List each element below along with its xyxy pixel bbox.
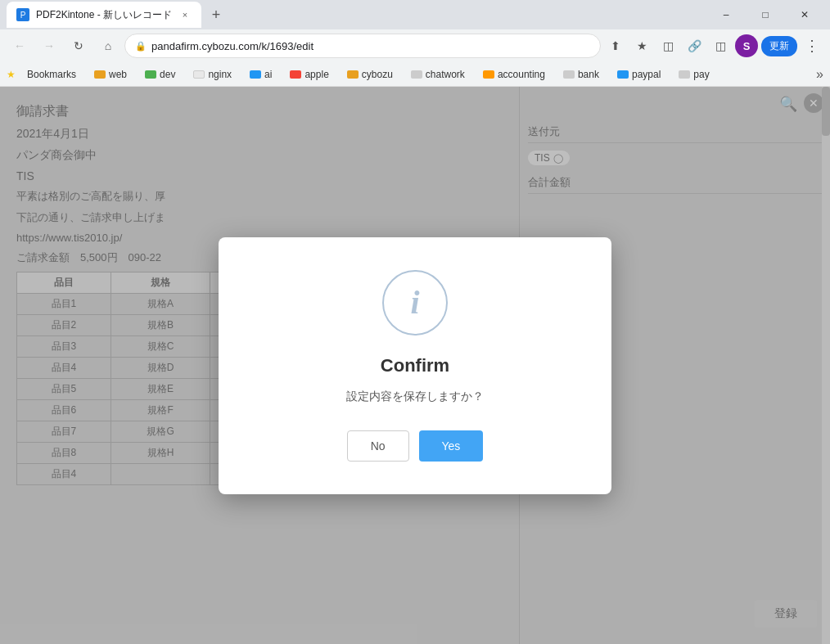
bookmark-nginx-icon (193, 70, 205, 79)
refresh-button[interactable]: ↻ (65, 33, 92, 59)
update-button[interactable]: 更新 (761, 36, 797, 56)
bookmark-pay-icon (679, 70, 690, 79)
modal-buttons: No Yes (347, 430, 484, 462)
bookmark-apple[interactable]: apple (283, 67, 335, 82)
bookmark-bank[interactable]: bank (557, 67, 606, 82)
bookmarks-bar: ★ Bookmarks web dev nginx ai apple cyboz… (0, 62, 830, 87)
bookmark-paypal[interactable]: paypal (611, 67, 667, 82)
window-controls: – □ ✕ (707, 2, 823, 28)
bookmark-web[interactable]: web (88, 67, 133, 82)
bookmark-web-icon (94, 70, 106, 79)
bookmark-accounting[interactable]: accounting (476, 67, 552, 82)
extension-icon[interactable]: 🔗 (683, 34, 706, 57)
bookmarks-more-button[interactable]: » (816, 67, 823, 82)
bookmark-nginx[interactable]: nginx (187, 67, 238, 82)
share-icon[interactable]: ⬆ (604, 34, 627, 57)
address-bar[interactable]: 🔒 pandafirm.cybozu.com/k/1693/edit (124, 34, 601, 58)
modal-overlay: i Confirm 設定内容を保存しますか？ No Yes (0, 87, 830, 644)
modal-icon-label: i (410, 286, 419, 319)
bookmark-chatwork-icon (411, 70, 422, 79)
active-tab[interactable]: P PDF2Kintone - 新しいレコード × (7, 2, 201, 28)
tab-strip: P PDF2Kintone - 新しいレコード × + (7, 2, 228, 28)
bookmark-bookmarks[interactable]: Bookmarks (20, 67, 83, 82)
bookmark-ai-icon (250, 70, 261, 79)
bookmark-star-icon[interactable]: ★ (630, 34, 653, 57)
title-bar: P PDF2Kintone - 新しいレコード × + – □ ✕ (0, 0, 830, 29)
modal-info-icon: i (382, 270, 448, 336)
lock-icon: 🔒 (135, 41, 147, 52)
bookmark-accounting-icon (483, 70, 494, 79)
bookmark-dev[interactable]: dev (138, 67, 182, 82)
tab-favicon: P (16, 8, 29, 21)
new-tab-button[interactable]: + (205, 3, 228, 26)
bookmarks-star-icon: ★ (7, 69, 16, 80)
download-icon[interactable]: ◫ (656, 34, 679, 57)
profile-button[interactable]: S (735, 34, 758, 57)
minimize-button[interactable]: – (707, 2, 745, 28)
bookmark-ai[interactable]: ai (243, 67, 278, 82)
sidebar-icon[interactable]: ◫ (709, 34, 732, 57)
page-content: 御請求書 2021年4月1日 パンダ商会御中 TIS 平素は格別のご高配を賜り、… (0, 87, 830, 644)
browser-menu-button[interactable]: ⋮ (801, 34, 823, 57)
bookmark-cybozu-icon (347, 70, 359, 79)
modal-message: 設定内容を保存しますか？ (346, 390, 484, 404)
bookmark-chatwork[interactable]: chatwork (404, 67, 471, 82)
bookmark-paypal-icon (617, 70, 629, 79)
bookmark-apple-icon (290, 70, 301, 79)
tab-title: PDF2Kintone - 新しいレコード (36, 8, 172, 22)
modal-yes-button[interactable]: Yes (419, 430, 484, 462)
bookmark-bank-icon (563, 70, 575, 79)
browser-toolbar: ← → ↻ ⌂ 🔒 pandafirm.cybozu.com/k/1693/ed… (0, 29, 830, 62)
close-button[interactable]: ✕ (786, 2, 823, 28)
maximize-button[interactable]: □ (747, 2, 784, 28)
modal-title: Confirm (381, 355, 449, 376)
bookmark-dev-icon (145, 70, 156, 79)
forward-button[interactable]: → (36, 33, 62, 59)
browser-window: P PDF2Kintone - 新しいレコード × + – □ ✕ ← → ↻ … (0, 0, 830, 644)
bookmark-pay[interactable]: pay (672, 67, 715, 82)
confirm-dialog: i Confirm 設定内容を保存しますか？ No Yes (219, 237, 611, 494)
url-text: pandafirm.cybozu.com/k/1693/edit (151, 40, 590, 52)
toolbar-right-actions: ⬆ ★ ◫ 🔗 ◫ S 更新 ⋮ (604, 34, 823, 57)
back-button[interactable]: ← (7, 33, 33, 59)
home-button[interactable]: ⌂ (95, 33, 121, 59)
tab-close-button[interactable]: × (178, 8, 192, 21)
modal-no-button[interactable]: No (347, 430, 409, 462)
bookmark-cybozu[interactable]: cybozu (341, 67, 399, 82)
